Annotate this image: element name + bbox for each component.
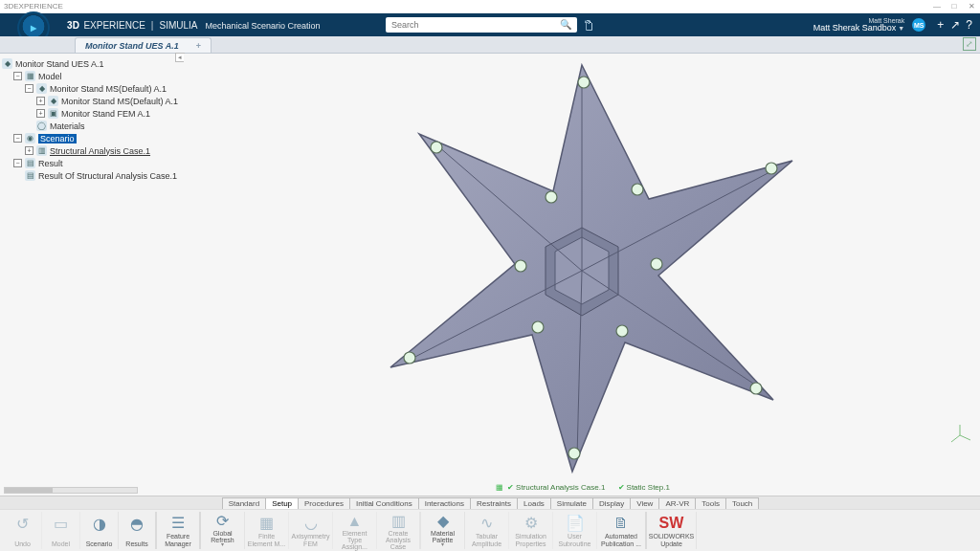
status-chip-1-icon: ▦	[496, 483, 503, 492]
scenario-button[interactable]: ◑Scenario	[80, 512, 119, 549]
element-type-button[interactable]: ▲Element Type Assign...	[333, 512, 377, 549]
refresh-icon: ⟳	[216, 514, 229, 530]
add-icon[interactable]: +	[937, 18, 944, 32]
svg-point-17	[515, 260, 526, 272]
user-subroutine-button[interactable]: 📄User Subroutine	[553, 512, 597, 549]
avatar[interactable]: MS	[912, 18, 925, 32]
status-chip-2: Static Step.1	[627, 483, 670, 492]
model-button[interactable]: ▭Model	[42, 512, 80, 549]
search-input[interactable]	[386, 17, 577, 33]
solidworks-update-button[interactable]: SWSOLIDWORKS Update	[647, 512, 697, 549]
part-icon: ◆	[2, 58, 12, 69]
tab-loads[interactable]: Loads	[517, 497, 551, 509]
part-icon: ◆	[36, 83, 47, 94]
share-icon[interactable]: ↗	[950, 18, 960, 32]
expand-icon[interactable]: +	[25, 146, 33, 155]
svg-point-15	[532, 321, 544, 333]
axisymmetry-button[interactable]: ◡Axisymmetry FEM	[289, 512, 333, 549]
app-title: 3DEXPERIENCE	[4, 2, 63, 11]
feature-manager-button[interactable]: ☰Feature Manager	[157, 512, 201, 549]
svg-point-13	[616, 325, 628, 337]
tree-scrollbar[interactable]	[4, 487, 138, 494]
os-title-bar: 3DEXPERIENCE — □ ✕	[0, 0, 980, 13]
tab-interactions[interactable]: Interactions	[418, 497, 471, 509]
expand-view-button[interactable]: ⤢	[963, 37, 976, 51]
model-graphic	[362, 55, 802, 476]
brand-light: EXPERIENCE	[83, 20, 145, 31]
tab-restraints[interactable]: Restraints	[470, 497, 518, 509]
user-name-top: Matt Sherak	[813, 17, 905, 24]
maximize-button[interactable]: □	[949, 2, 959, 11]
part-icon: ◆	[48, 96, 58, 106]
svg-point-12	[750, 383, 762, 394]
check-icon: ✔	[618, 483, 625, 492]
tree-node-analysis-case[interactable]: +▥Structural Analysis Case.1	[2, 144, 182, 157]
tree-node-materials[interactable]: ◯Materials	[2, 120, 182, 132]
collapse-icon[interactable]: −	[13, 134, 22, 143]
tab-initial-conditions[interactable]: Initial Conditions	[349, 497, 419, 509]
collapse-icon[interactable]: −	[13, 72, 22, 80]
collapse-icon[interactable]: −	[25, 84, 33, 93]
analysis-icon: ▥	[36, 145, 47, 156]
element-type-icon: ▲	[347, 514, 363, 530]
brand-block: 3DEXPERIENCE | SIMULIA Mechanical Scenar…	[67, 20, 321, 31]
module-name: Mechanical Scenario Creation	[205, 21, 320, 31]
tree-node-scenario[interactable]: −◉Scenario	[2, 132, 182, 144]
tree-node-part[interactable]: −◆Monitor Stand MS(Default) A.1	[2, 82, 182, 95]
global-refresh-button[interactable]: ⟳Global Refresh▾	[201, 512, 245, 549]
action-bar-tabs: Standard Setup Procedures Initial Condit…	[0, 496, 980, 509]
tab-display[interactable]: Display	[592, 497, 631, 509]
action-toolbar: ↺Undo ▭Model ◑Scenario ◓Results ☰Feature…	[0, 509, 980, 551]
tab-view[interactable]: View	[630, 497, 659, 509]
publish-icon: 🗎	[613, 514, 629, 533]
user-block[interactable]: Matt Sherak Matt Sherak Sandbox▼	[813, 17, 905, 33]
close-button[interactable]: ✕	[967, 2, 976, 11]
automated-publication-button[interactable]: 🗎Automated Publication ...	[597, 512, 647, 549]
view-axis-triad[interactable]	[947, 423, 972, 448]
tab-tools[interactable]: Tools	[695, 497, 726, 509]
svg-line-20	[960, 435, 970, 440]
material-icon: ◯	[36, 121, 47, 131]
tab-standard[interactable]: Standard	[222, 497, 266, 509]
chevron-down-icon: ▾	[441, 541, 444, 547]
tab-setup[interactable]: Setup	[265, 497, 299, 509]
document-tab-bar: Monitor Stand UES A.1 + ⤢	[0, 36, 980, 54]
finite-element-button[interactable]: ▦Finite Element M...	[245, 512, 289, 549]
tree-node-part-child[interactable]: +◆Monitor Stand MS(Default) A.1	[2, 95, 182, 107]
svg-line-21	[951, 435, 960, 442]
tab-procedures[interactable]: Procedures	[298, 497, 350, 509]
tab-touch[interactable]: Touch	[725, 497, 759, 509]
undo-button[interactable]: ↺Undo	[4, 512, 42, 549]
collapse-icon[interactable]: −	[13, 159, 22, 167]
tree-node-model[interactable]: −▦Model	[2, 70, 182, 82]
help-icon[interactable]: ?	[966, 18, 972, 32]
expand-icon[interactable]: +	[36, 97, 45, 105]
expand-icon[interactable]: +	[36, 109, 45, 118]
top-banner: ▶ 3DEXPERIENCE | SIMULIA Mechanical Scen…	[0, 13, 980, 36]
amplitude-icon: ∿	[480, 514, 493, 533]
scenario-icon: ◑	[93, 514, 106, 535]
tree-node-result[interactable]: −▤Result	[2, 157, 182, 169]
simulation-props-button[interactable]: ⚙Simulation Properties	[509, 512, 553, 549]
new-tab-button[interactable]: +	[196, 41, 201, 51]
minimize-button[interactable]: —	[932, 2, 942, 11]
material-palette-button[interactable]: ◆Material Palette▾	[421, 512, 465, 549]
scenario-icon: ◉	[25, 133, 35, 143]
status-line: ▦✔Structural Analysis Case.1 ✔Static Ste…	[184, 483, 980, 492]
tabular-amplitude-button[interactable]: ∿Tabular Amplitude	[465, 512, 509, 549]
3d-viewport[interactable]: ▦✔Structural Analysis Case.1 ✔Static Ste…	[184, 54, 980, 496]
tab-simulate[interactable]: Simulate	[550, 497, 593, 509]
tree-node-result-item[interactable]: ▤Result Of Structural Analysis Case.1	[2, 169, 182, 182]
tree-node-fem[interactable]: +▣Monitor Stand FEM A.1	[2, 107, 182, 120]
tree-node-root[interactable]: ◆Monitor Stand UES A.1	[2, 57, 182, 70]
svg-point-14	[568, 448, 580, 459]
create-analysis-button[interactable]: ▥Create Analysis Case	[377, 512, 421, 549]
search-icon[interactable]: 🔍	[560, 19, 571, 30]
tab-ar-vr[interactable]: AR-VR	[658, 497, 696, 509]
mesh-icon: ▦	[259, 514, 274, 533]
document-tab[interactable]: Monitor Stand UES A.1 +	[75, 37, 212, 53]
svg-point-11	[651, 258, 662, 270]
results-button[interactable]: ◓Results	[119, 512, 157, 549]
tag-icon[interactable]: 🏷	[582, 19, 595, 31]
fem-icon: ▣	[48, 108, 58, 119]
